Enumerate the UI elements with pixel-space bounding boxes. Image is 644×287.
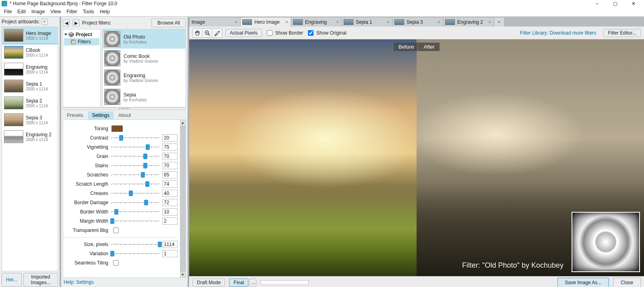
doc-tab-close-icon[interactable]: ×	[487, 19, 492, 25]
slider-knob[interactable]	[143, 163, 147, 168]
doc-tab[interactable]: Hero Image ×	[241, 18, 291, 27]
slider-variation[interactable]: Variation	[63, 249, 178, 258]
slider-track[interactable]	[111, 209, 160, 215]
slider-knob[interactable]	[114, 209, 118, 215]
slider-knob[interactable]	[158, 242, 162, 247]
menu-filter[interactable]: Filter	[64, 8, 80, 15]
slider-value[interactable]	[162, 153, 178, 160]
transparent-bkg-row[interactable]: Transparent Bkg	[63, 226, 178, 235]
slider-track[interactable]	[111, 250, 160, 257]
artboard-item[interactable]: Engraving 2 2000 x 1114	[2, 128, 58, 145]
close-button[interactable]: ✕	[624, 0, 642, 7]
slider-border-damage[interactable]: Border Damage	[63, 198, 178, 207]
filter-library-link[interactable]: Filter Library: Download more filters	[520, 30, 596, 36]
slider-value[interactable]	[162, 217, 178, 225]
slider-margin-width[interactable]: Margin Width	[63, 217, 178, 226]
filter-editor-button[interactable]: Filter Editor...	[603, 29, 641, 37]
menu-edit[interactable]: Edit	[15, 8, 28, 15]
artboard-item[interactable]: CBook 2000 x 1114	[2, 44, 58, 61]
slider-knob[interactable]	[143, 154, 147, 159]
filter-item[interactable]: Engraving by Vladimir Golovin	[103, 68, 186, 87]
artboard-item[interactable]: Sepia 2 2000 x 1114	[2, 94, 58, 111]
doc-tab-close-icon[interactable]: ×	[386, 19, 390, 25]
hand-tool-icon[interactable]	[193, 29, 202, 37]
menu-tools[interactable]: Tools	[80, 8, 97, 15]
save-image-button[interactable]: Save Image As...	[557, 278, 609, 287]
slider-value[interactable]	[162, 199, 178, 206]
slider-track[interactable]	[111, 181, 160, 187]
artboard-item[interactable]: Sepia 1 2000 x 1114	[2, 78, 58, 94]
browse-all-button[interactable]: Browse All	[151, 18, 186, 27]
slider-knob[interactable]	[141, 172, 145, 178]
imported-images-button[interactable]: Imported Images...	[23, 273, 58, 287]
slider-track[interactable]	[111, 153, 160, 160]
slider-border-width[interactable]: Border Width	[63, 207, 178, 216]
preview-canvas[interactable]: Before After Filter: "Old Photo" by Koch…	[189, 39, 644, 276]
final-options-button[interactable]: ...	[249, 279, 256, 287]
add-artboard-button[interactable]: +	[41, 18, 48, 25]
artboard-item[interactable]: Sepia 3 2000 x 1114	[2, 111, 58, 128]
slider-track[interactable]	[111, 199, 160, 206]
help-strip[interactable]: Help: Settings	[63, 278, 186, 287]
show-original-checkbox[interactable]: Show Original	[306, 29, 347, 37]
slider-value[interactable]	[162, 241, 178, 248]
toning-swatch[interactable]	[111, 125, 123, 132]
artboard-item[interactable]: Hero Image 2000 x 1114	[2, 27, 58, 44]
seamless-tiling-row[interactable]: Seamless Tiling	[63, 258, 178, 267]
scroll-up-icon[interactable]: ▲	[180, 120, 186, 125]
slider-track[interactable]	[111, 241, 160, 248]
final-button[interactable]: Final	[229, 279, 248, 287]
slider-scratches[interactable]: Scratches	[63, 170, 178, 179]
filters-back-button[interactable]: ◀	[63, 19, 70, 27]
maximize-button[interactable]: ▢	[606, 0, 624, 7]
slider-contrast[interactable]: Contrast	[63, 133, 178, 142]
menu-help[interactable]: Help	[97, 8, 112, 15]
help-button[interactable]: Hel...	[2, 273, 22, 287]
seamless-tiling-checkbox[interactable]	[113, 260, 119, 266]
tree-project[interactable]: Project	[64, 31, 99, 38]
draft-mode-button[interactable]: Draft Mode	[192, 279, 225, 287]
slider-knob[interactable]	[129, 191, 133, 196]
doc-tab[interactable]: Sepia 3 ×	[393, 18, 443, 27]
slider-vignetting[interactable]: Vignetting	[63, 143, 178, 152]
slider-value[interactable]	[162, 208, 178, 215]
slider-value[interactable]	[162, 171, 178, 178]
close-filter-button[interactable]: Close	[613, 278, 641, 287]
transparent-bkg-checkbox[interactable]	[113, 228, 119, 233]
slider-track[interactable]	[111, 218, 160, 224]
tab-about[interactable]: About	[114, 111, 135, 119]
slider-track[interactable]	[111, 190, 160, 197]
slider-knob[interactable]	[145, 181, 149, 187]
doc-tab-close-icon[interactable]: ×	[285, 19, 289, 25]
tab-presets[interactable]: Presets	[63, 111, 87, 119]
filters-forward-button[interactable]: ▶	[72, 19, 80, 27]
slider-value[interactable]	[162, 144, 178, 151]
show-border-checkbox[interactable]: Show Border	[265, 29, 303, 37]
doc-tab[interactable]: Engraving 2 ×	[444, 18, 493, 27]
slider-track[interactable]	[111, 162, 160, 169]
slider-value[interactable]	[162, 134, 178, 141]
slider-stains[interactable]: Stains	[63, 161, 178, 170]
menu-view[interactable]: View	[48, 8, 63, 15]
filter-item[interactable]: Comic Book by Vladimir Golovin	[103, 49, 186, 68]
zoom-tool-icon[interactable]	[202, 29, 212, 37]
toning-row[interactable]: Toning	[63, 124, 178, 133]
tab-settings[interactable]: Settings	[88, 111, 114, 119]
doc-tab-close-icon[interactable]: ×	[437, 19, 441, 25]
doc-tab[interactable]: Sepia 1 ×	[342, 18, 392, 27]
tree-filters[interactable]: Filters	[64, 38, 99, 45]
minimize-button[interactable]: –	[588, 0, 606, 7]
slider-value[interactable]	[162, 190, 178, 197]
doc-tab[interactable]: Engraving ×	[291, 18, 341, 27]
slider-knob[interactable]	[119, 135, 123, 141]
slider-track[interactable]	[111, 135, 160, 141]
slider-knob[interactable]	[110, 218, 114, 224]
artboards-list[interactable]: Hero Image 2000 x 1114 CBook 2000 x 1114…	[2, 27, 58, 271]
slider-track[interactable]	[111, 172, 160, 178]
filter-item[interactable]: Sepia by Kochubey	[103, 87, 186, 107]
doc-tab-close-icon[interactable]: ×	[234, 19, 238, 25]
filters-tree[interactable]: Project Filters	[63, 29, 101, 107]
slider-value[interactable]	[162, 250, 178, 257]
slider-creases[interactable]: Creases	[63, 189, 178, 198]
filters-list[interactable]: Old Photo by Kochubey Comic Book by Vlad…	[102, 29, 186, 107]
